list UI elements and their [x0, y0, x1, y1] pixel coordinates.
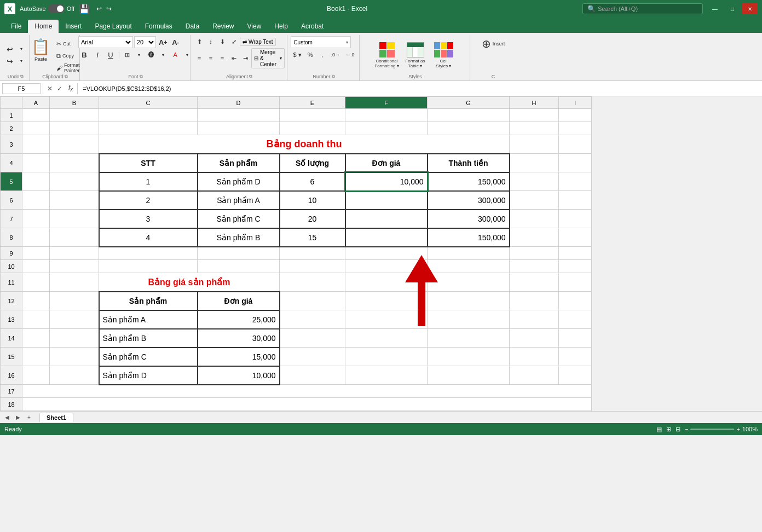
cut-button[interactable]: ✂ Cut: [55, 38, 81, 49]
confirm-formula-button[interactable]: ✓: [55, 85, 64, 92]
row-header-1[interactable]: 1: [1, 109, 22, 122]
conditional-formatting-button[interactable]: ConditionalFormatting ▾: [374, 42, 400, 69]
cell-i5[interactable]: [559, 172, 592, 191]
cell-h1[interactable]: [510, 109, 559, 122]
decrease-font-button[interactable]: A-: [170, 37, 181, 48]
cell-styles-button[interactable]: CellStyles ▾: [431, 42, 457, 69]
cell-i1[interactable]: [559, 109, 592, 122]
cell-f1[interactable]: [345, 109, 428, 122]
cell-f4[interactable]: Đơn giá: [345, 154, 428, 172]
cell-d2[interactable]: [198, 122, 280, 135]
cell-f7[interactable]: [345, 210, 428, 228]
cell-f14[interactable]: [345, 329, 428, 348]
cell-d5[interactable]: Sản phẩm D: [198, 172, 280, 191]
cell-c10[interactable]: [99, 260, 198, 273]
cell-d13[interactable]: 25,000: [198, 310, 280, 329]
cell-f9[interactable]: [345, 247, 428, 260]
decrease-decimal-button[interactable]: ←.0: [343, 49, 357, 60]
cell-d7[interactable]: Sản phẩm C: [198, 210, 280, 228]
cell-f2[interactable]: [345, 122, 428, 135]
col-header-b[interactable]: B: [50, 97, 99, 109]
cell-e5[interactable]: 6: [280, 172, 345, 191]
align-left-button[interactable]: ≡: [194, 53, 205, 64]
cell-i8[interactable]: [559, 228, 592, 247]
cell-b8[interactable]: [50, 228, 99, 247]
col-header-c[interactable]: C: [99, 97, 198, 109]
cell-g8[interactable]: 150,000: [428, 228, 510, 247]
tab-acrobat[interactable]: Acrobat: [295, 20, 330, 33]
row-header-13[interactable]: 13: [1, 310, 22, 329]
cell-c8[interactable]: 4: [99, 228, 198, 247]
cell-b5[interactable]: [50, 172, 99, 191]
cell-h4[interactable]: [510, 154, 559, 172]
cell-c6[interactable]: 2: [99, 191, 198, 210]
fill-dropdown[interactable]: ▾: [158, 49, 169, 60]
cell-b11[interactable]: [50, 273, 99, 292]
increase-decimal-button[interactable]: .0→: [329, 49, 343, 60]
tab-home[interactable]: Home: [28, 20, 59, 33]
cell-d9[interactable]: [198, 247, 280, 260]
cell-i16[interactable]: [559, 366, 592, 385]
close-button[interactable]: ✕: [742, 3, 758, 14]
merge-center-button[interactable]: ⊟ Merge & Center ▾: [251, 48, 285, 68]
cell-b9[interactable]: [50, 247, 99, 260]
cell-e6[interactable]: 10: [280, 191, 345, 210]
row-header-7[interactable]: 7: [1, 210, 22, 228]
format-as-table-button[interactable]: Format asTable ▾: [402, 42, 429, 69]
cell-a7[interactable]: [22, 210, 50, 228]
font-size-select[interactable]: 20: [134, 36, 156, 48]
cancel-formula-button[interactable]: ✕: [45, 85, 54, 92]
undo-dropdown[interactable]: ▾: [16, 44, 27, 55]
cell-i6[interactable]: [559, 191, 592, 210]
cell-h9[interactable]: [510, 247, 559, 260]
cell-b7[interactable]: [50, 210, 99, 228]
cell-b1[interactable]: [50, 109, 99, 122]
row-header-10[interactable]: 10: [1, 260, 22, 273]
number-expand-icon[interactable]: ⧉: [332, 74, 335, 79]
row-header-11[interactable]: 11: [1, 273, 22, 292]
font-family-select[interactable]: Arial: [78, 36, 133, 48]
cell-i2[interactable]: [559, 122, 592, 135]
row-header-6[interactable]: 6: [1, 191, 22, 210]
cell-d10[interactable]: [198, 260, 280, 273]
undo-expand-icon[interactable]: ⧉: [20, 74, 24, 79]
cell-e13[interactable]: [280, 310, 345, 329]
cell-i12[interactable]: [559, 292, 592, 310]
cell-g7[interactable]: 300,000: [428, 210, 510, 228]
cell-d14[interactable]: 30,000: [198, 329, 280, 348]
cell-h13[interactable]: [510, 310, 559, 329]
cell-a9[interactable]: [22, 247, 50, 260]
redo-dropdown[interactable]: ▾: [16, 56, 27, 67]
cell-b14[interactable]: [50, 329, 99, 348]
row-header-18[interactable]: 18: [1, 398, 22, 411]
cell-a5[interactable]: [22, 172, 50, 191]
cell-g15[interactable]: [428, 348, 510, 366]
align-right-button[interactable]: ≡: [217, 53, 228, 64]
currency-button[interactable]: $ ▾: [291, 49, 303, 60]
view-normal-button[interactable]: ▤: [656, 426, 662, 433]
cell-c7[interactable]: 3: [99, 210, 198, 228]
wrap-text-button[interactable]: ⇌ Wrap Text: [240, 38, 276, 46]
col-header-i[interactable]: I: [559, 97, 592, 109]
cell-e8[interactable]: 15: [280, 228, 345, 247]
cell-c4[interactable]: STT: [99, 154, 198, 172]
font-expand-icon[interactable]: ⧉: [140, 74, 143, 79]
cell-h12[interactable]: [510, 292, 559, 310]
view-pagebreak-button[interactable]: ⊞: [666, 426, 671, 433]
cell-d8[interactable]: Sản phẩm B: [198, 228, 280, 247]
cell-g12[interactable]: [428, 292, 510, 310]
fill-color-button[interactable]: 🅐: [146, 49, 157, 60]
undo-button[interactable]: ↩: [4, 44, 15, 55]
cell-h3[interactable]: [510, 135, 559, 154]
clipboard-expand-icon[interactable]: ⧉: [65, 74, 68, 79]
save-icon[interactable]: 💾: [79, 4, 90, 14]
cell-e16[interactable]: [280, 366, 345, 385]
cell-f15[interactable]: [345, 348, 428, 366]
insert-button[interactable]: ⊕ Insert: [477, 36, 510, 51]
text-angle-button[interactable]: ⤢: [228, 36, 239, 47]
tab-formulas[interactable]: Formulas: [138, 20, 179, 33]
cell-h10[interactable]: [510, 260, 559, 273]
cell-c9[interactable]: [99, 247, 198, 260]
cell-a14[interactable]: [22, 329, 50, 348]
cell-h5[interactable]: [510, 172, 559, 191]
